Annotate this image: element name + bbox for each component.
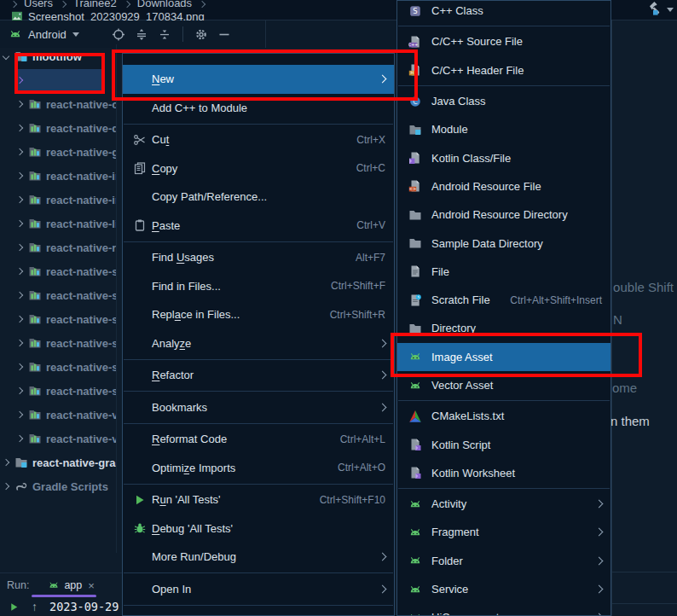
menu-item-android-resource-directory[interactable]: Android Resource Directory [397,200,610,229]
menu-item-activity[interactable]: Activity [397,490,610,518]
tree-expand-chevron-icon[interactable] [16,292,23,299]
menu-item-add-c-to-module[interactable]: Add C++ to Module [123,94,394,123]
hide-panel-icon[interactable] [217,27,231,42]
menu-item-more-run-debug[interactable]: More Run/Debug [123,543,394,572]
menu-item-scratch-file[interactable]: Scratch FileCtrl+Alt+Shift+Insert [397,286,610,314]
menu-item-debug-all-tests[interactable]: Debug 'All Tests' [123,514,394,543]
tree-expand-chevron-icon[interactable] [16,220,23,227]
breadcrumb-item-trainee2[interactable]: Trainee2 [73,0,117,9]
menu-item-label: Analyze [152,337,191,350]
menu-item-c-c-source-file[interactable]: C++C/C++ Source File [397,27,610,55]
tree-expand-chevron-icon[interactable] [16,387,23,394]
tree-item-react-native-sn[interactable]: react-native-sn [0,331,116,355]
menu-item-service[interactable]: Service [397,575,610,603]
menu-item-c-class[interactable]: SC++ Class [397,0,610,25]
tree-expand-chevron-icon[interactable] [16,101,23,108]
tree-item-react-native-co[interactable]: react-native-co [0,92,116,116]
menu-item-replace-in-files[interactable]: Replace in Files...Ctrl+Shift+R [123,300,394,329]
menu-item-java-class[interactable]: CJava Class [397,87,610,115]
breadcrumb-item-users[interactable]: Users [24,0,53,9]
tree-item-react-native-ge[interactable]: react-native-ge [0,140,116,164]
tree-expand-chevron-icon[interactable] [16,268,23,275]
tree-item-react-native-sh[interactable]: react-native-sh [0,307,116,331]
tree-expand-chevron-icon[interactable] [3,53,9,60]
settings-gear-icon[interactable] [194,27,208,42]
project-view-selector[interactable]: Android [0,27,79,41]
tree-expand-chevron-icon[interactable] [16,172,23,179]
menu-item-sample-data-directory[interactable]: Sample Data Directory [397,229,610,257]
menu-item-new[interactable]: New [123,65,394,94]
menu-item-kotlin-class-file[interactable]: Kotlin Class/File [397,143,610,171]
menu-item-reformat-code[interactable]: Reformat CodeCtrl+Alt+L [123,425,394,454]
menu-item-copy-path-reference[interactable]: Copy Path/Reference... [123,183,394,212]
tree-item-mootflow[interactable]: mootflow [0,44,116,68]
menu-item-shortcut: Alt+F7 [344,252,385,264]
menu-item-find-in-files[interactable]: Find in Files...Ctrl+Shift+F [123,272,394,301]
tab-close-icon[interactable]: × [88,579,95,592]
menu-separator [124,572,393,573]
tree-expand-chevron-icon[interactable] [16,125,23,131]
tree-expand-chevron-icon[interactable] [16,435,23,442]
menu-item-module[interactable]: Module [397,115,610,143]
expand-all-icon[interactable] [135,27,148,42]
tree-expand-chevron-icon[interactable] [16,340,23,346]
menu-item-directory[interactable]: Directory [397,314,610,342]
tree-item-react-native-sv[interactable]: react-native-sv [0,379,116,403]
menu-item-cut[interactable]: CutCtrl+X [123,125,394,154]
menu-item-vector-asset[interactable]: Vector Asset [397,371,610,399]
menu-item-image-asset[interactable]: Image Asset [397,343,610,371]
scissors-icon [133,133,147,147]
rerun-play-icon[interactable] [9,601,20,613]
tree-item-react-native-gradl[interactable]: react-native-gradl [0,450,116,474]
tree-item-react-native-vi[interactable]: react-native-vi [0,427,116,450]
menu-item-folder[interactable]: Folder [397,547,610,575]
build-dropdown-chevron-icon[interactable] [667,8,674,12]
tree-item-react-native-im[interactable]: react-native-im [0,164,116,188]
tree-expand-chevron-icon[interactable] [16,411,23,418]
breadcrumb-item-downloads[interactable]: Downloads [137,0,192,9]
menu-item-kotlin-worksheet[interactable]: Kotlin Worksheet [397,459,610,487]
menu-item-file[interactable]: File [397,258,610,286]
menu-item-cmakelists-txt[interactable]: CMakeLists.txt [397,402,610,430]
menu-item-find-usages[interactable]: Find UsagesAlt+F7 [123,243,394,272]
tree-item-react-native-re[interactable]: react-native-re [0,235,116,259]
locate-icon[interactable] [112,27,125,42]
tree-item-react-native-lin[interactable]: react-native-lin [0,212,116,235]
menu-item-label: Paste [152,219,180,232]
tree-item-react-native-so[interactable]: react-native-so [0,355,116,379]
tree-expand-chevron-icon[interactable] [3,459,9,466]
menu-item-copy[interactable]: CopyCtrl+C [123,154,394,183]
menu-item-paste[interactable]: PasteCtrl+V [123,212,394,241]
tree-item-react-native-sa[interactable]: react-native-sa [0,259,116,283]
menu-item-uicomponent[interactable]: UiComponent [397,603,610,616]
menu-item-optimize-imports[interactable]: Optimize ImportsCtrl+Alt+O [123,454,394,483]
scroll-up-icon[interactable]: ↑ [32,600,38,613]
tree-item-react-native-ve[interactable]: react-native-ve [0,403,116,427]
library-icon [28,217,42,230]
menu-item-bookmarks[interactable]: Bookmarks [123,393,394,422]
context-menu: NewAdd C++ to ModuleCutCtrl+XCopyCtrl+CC… [122,53,395,616]
run-tab-app[interactable]: app × [48,579,94,592]
menu-item-kotlin-script[interactable]: Kotlin Script [397,430,610,458]
menu-item-android-resource-file[interactable]: <>Android Resource File [397,172,610,200]
hammer-build-icon[interactable] [647,1,664,18]
menu-item-local-history[interactable]: Local History [123,607,394,616]
collapse-all-icon[interactable] [158,27,171,42]
tree-item-gradle-scripts[interactable]: Gradle Scripts [0,474,116,498]
tree-item-react-native-sc[interactable]: react-native-sc [0,283,116,307]
tree-expand-chevron-icon[interactable] [16,244,23,251]
tree-expand-chevron-icon[interactable] [16,196,23,203]
tree-item-react-native-dr[interactable]: react-native-dr [0,116,116,140]
menu-item-open-in[interactable]: Open In [123,575,394,604]
tree-item-react-native-im[interactable]: react-native-im [0,188,116,212]
menu-item-fragment[interactable]: Fragment [397,518,610,546]
menu-item-analyze[interactable]: Analyze [123,329,394,358]
tree-expand-chevron-icon[interactable] [16,363,23,370]
menu-item-run-all-tests[interactable]: Run 'All Tests'Ctrl+Shift+F10 [123,485,394,514]
tree-expand-chevron-icon[interactable] [16,148,23,155]
tree-expand-chevron-icon[interactable] [16,316,23,323]
menu-item-label: Folder [431,555,463,567]
menu-item-c-c-header-file[interactable]: HC/C++ Header File [397,56,610,84]
menu-item-refactor[interactable]: Refactor [123,361,394,390]
tree-expand-chevron-icon[interactable] [3,483,9,490]
